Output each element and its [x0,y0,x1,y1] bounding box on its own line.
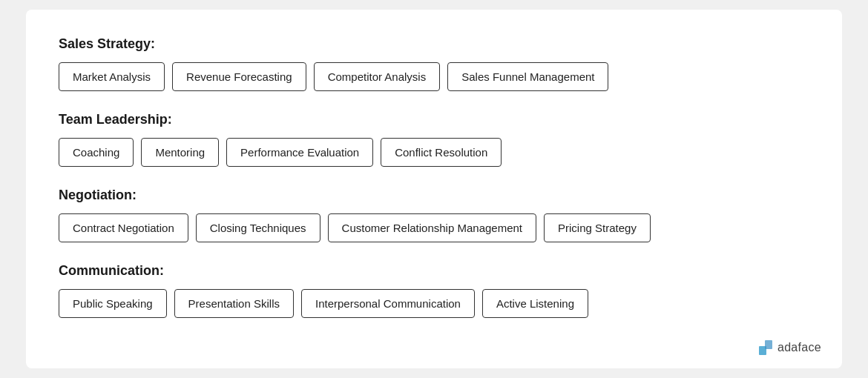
main-card: Sales Strategy:Market AnalysisRevenue Fo… [26,10,842,368]
skill-tag: Revenue Forecasting [172,62,306,91]
tags-team-leadership: CoachingMentoringPerformance EvaluationC… [59,138,809,167]
section-title-communication: Communication: [59,263,809,279]
skill-tag: Pricing Strategy [544,213,651,242]
skill-tag: Interpersonal Communication [301,289,475,318]
tags-sales-strategy: Market AnalysisRevenue ForecastingCompet… [59,62,809,91]
skill-tag: Closing Techniques [196,213,320,242]
skill-tag: Presentation Skills [174,289,294,318]
section-negotiation: Negotiation:Contract NegotiationClosing … [59,188,809,242]
adaface-logo-icon [759,340,772,355]
skill-tag: Contract Negotiation [59,213,188,242]
section-sales-strategy: Sales Strategy:Market AnalysisRevenue Fo… [59,36,809,91]
skill-tag: Coaching [59,138,134,167]
svg-rect-1 [765,340,772,349]
brand-name-label: adaface [777,341,821,354]
skill-tag: Mentoring [141,138,219,167]
skill-tag: Sales Funnel Management [447,62,608,91]
branding: adaface [759,340,821,355]
section-title-negotiation: Negotiation: [59,188,809,203]
section-team-leadership: Team Leadership:CoachingMentoringPerform… [59,112,809,167]
skill-tag: Customer Relationship Management [328,213,536,242]
tags-communication: Public SpeakingPresentation SkillsInterp… [59,289,809,318]
section-communication: Communication:Public SpeakingPresentatio… [59,263,809,318]
section-title-sales-strategy: Sales Strategy: [59,36,809,52]
tags-negotiation: Contract NegotiationClosing TechniquesCu… [59,213,809,242]
skill-tag: Public Speaking [59,289,167,318]
skill-tag: Conflict Resolution [381,138,502,167]
skill-tag: Market Analysis [59,62,165,91]
section-title-team-leadership: Team Leadership: [59,112,809,127]
skill-tag: Competitor Analysis [314,62,441,91]
skill-tag: Active Listening [482,289,588,318]
skill-tag: Performance Evaluation [226,138,373,167]
